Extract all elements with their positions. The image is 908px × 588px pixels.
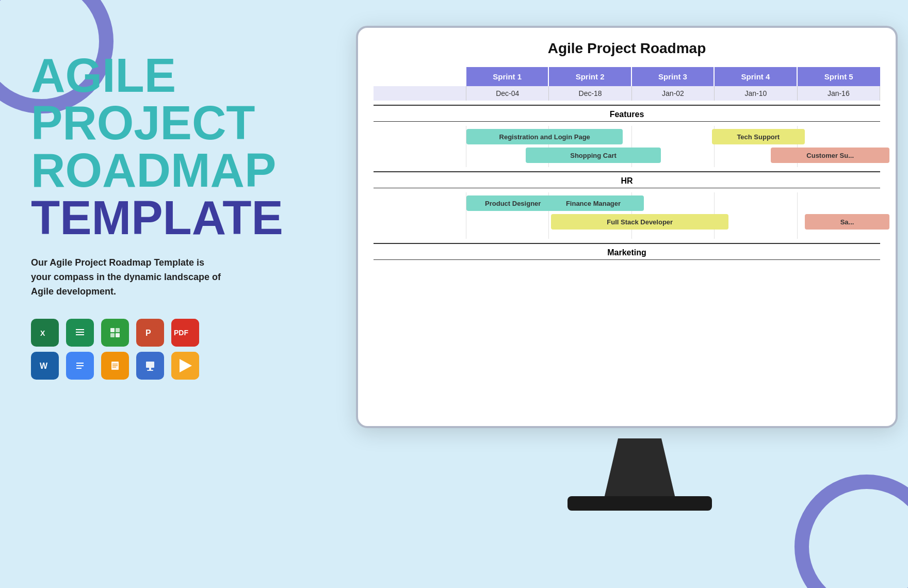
sprint-4-header: Sprint 4 — [715, 67, 797, 86]
svg-rect-23 — [112, 364, 118, 365]
bar-tech-support-label: Tech Support — [737, 133, 780, 141]
svg-rect-25 — [112, 367, 116, 368]
hr-divider — [374, 171, 880, 172]
grid-col-0 — [374, 126, 466, 167]
slides-icon[interactable] — [171, 352, 199, 380]
chart-container: Agile Project Roadmap Sprint 1 Sprint 2 … — [358, 28, 896, 426]
left-panel: AGILE PROJECT ROADMAP TEMPLATE Our Agile… — [31, 52, 258, 380]
pages-icon[interactable] — [101, 352, 129, 380]
monitor-stand — [604, 438, 676, 500]
title-line-template: TEMPLATE — [31, 194, 258, 241]
excel-icon[interactable]: X — [31, 319, 59, 347]
svg-rect-5 — [76, 334, 84, 335]
sprint-5-header: Sprint 5 — [798, 67, 880, 86]
date-4: Jan-10 — [715, 86, 797, 101]
sprint-3-header: Sprint 3 — [632, 67, 715, 86]
svg-rect-3 — [76, 329, 84, 330]
app-icons-row2: W — [31, 352, 258, 380]
powerpoint-icon[interactable]: P — [136, 319, 164, 347]
hr-grid-col-0 — [374, 192, 466, 239]
date-2: Dec-18 — [549, 86, 631, 101]
sprint-header-empty — [374, 67, 466, 86]
svg-text:X: X — [40, 329, 45, 337]
svg-rect-29 — [147, 370, 153, 371]
bar-shopping-cart-label: Shopping Cart — [570, 152, 617, 159]
monitor-base — [568, 496, 712, 511]
features-section-title: Features — [374, 108, 880, 122]
numbers-icon[interactable] — [101, 319, 129, 347]
svg-rect-10 — [116, 333, 120, 337]
bar-tech-support: Tech Support — [712, 129, 805, 144]
svg-text:W: W — [40, 362, 48, 370]
svg-rect-24 — [112, 365, 118, 366]
main-title: AGILE PROJECT ROADMAP TEMPLATE — [31, 52, 258, 241]
svg-text:PDF: PDF — [174, 329, 188, 337]
chart-title: Agile Project Roadmap — [374, 40, 880, 57]
svg-rect-4 — [76, 332, 84, 333]
sprint-2-header: Sprint 2 — [549, 67, 631, 86]
title-line-roadmap: ROADMAP — [31, 146, 258, 194]
app-icons-row1: X P — [31, 319, 258, 347]
keynote-icon[interactable] — [136, 352, 164, 380]
date-row: Dec-04 Dec-18 Jan-02 Jan-10 Jan-16 — [374, 86, 880, 101]
sprint-header-row: Sprint 1 Sprint 2 Sprint 3 Sprint 4 Spri… — [374, 67, 880, 86]
docs-icon[interactable] — [66, 352, 94, 380]
svg-rect-9 — [110, 333, 115, 337]
date-empty — [374, 86, 466, 101]
svg-rect-6 — [108, 325, 122, 340]
monitor-screen: Agile Project Roadmap Sprint 1 Sprint 2 … — [356, 26, 898, 428]
bar-sa-label: Sa... — [840, 218, 854, 226]
bar-product-designer-label: Product Designer — [485, 200, 541, 207]
bar-fullstack-label: Full Stack Developer — [607, 218, 673, 226]
svg-rect-18 — [76, 363, 84, 364]
word-icon[interactable]: W — [31, 352, 59, 380]
svg-rect-19 — [76, 365, 84, 366]
sheets-icon[interactable] — [66, 319, 94, 347]
bar-customer-support: Customer Su... — [771, 148, 889, 163]
bar-sa: Sa... — [805, 214, 889, 230]
title-line-project: PROJECT — [31, 99, 258, 146]
bar-fullstack: Full Stack Developer — [551, 214, 728, 230]
bar-customer-support-label: Customer Su... — [806, 152, 854, 159]
bar-registration: Registration and Login Page — [466, 129, 623, 144]
svg-rect-27 — [146, 362, 154, 368]
svg-rect-28 — [149, 368, 151, 370]
sprint-1-header: Sprint 1 — [466, 67, 549, 86]
features-bars: Registration and Login Page Shopping Car… — [374, 126, 880, 167]
marketing-section-title: Marketing — [374, 246, 880, 260]
svg-text:P: P — [145, 329, 151, 337]
description-text: Our Agile Project Roadmap Template is yo… — [31, 256, 227, 299]
svg-rect-7 — [110, 328, 115, 332]
date-1: Dec-04 — [466, 86, 549, 101]
marketing-divider — [374, 243, 880, 244]
date-3: Jan-02 — [632, 86, 715, 101]
bar-registration-label: Registration and Login Page — [499, 133, 590, 141]
monitor-wrapper: Agile Project Roadmap Sprint 1 Sprint 2 … — [356, 26, 908, 516]
svg-rect-8 — [116, 328, 120, 332]
svg-rect-20 — [76, 368, 82, 369]
bar-shopping-cart: Shopping Cart — [526, 148, 661, 163]
bar-finance-manager: Finance Manager — [543, 195, 644, 211]
features-divider — [374, 105, 880, 106]
bar-finance-manager-label: Finance Manager — [566, 200, 621, 207]
date-5: Jan-16 — [798, 86, 880, 101]
hr-section-title: HR — [374, 174, 880, 188]
hr-bars: Product Designer Full Stack Developer Fi… — [374, 192, 880, 239]
title-line-agile: AGILE — [31, 52, 258, 99]
pdf-icon[interactable]: PDF — [171, 319, 199, 347]
